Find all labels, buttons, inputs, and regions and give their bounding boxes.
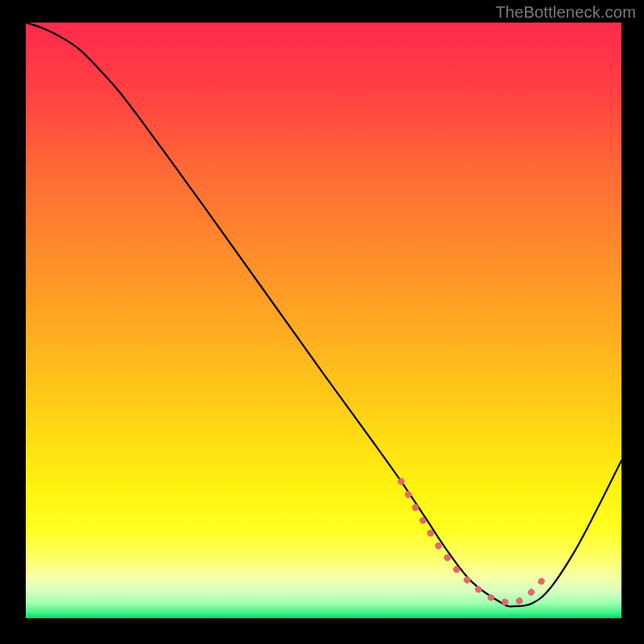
watermark-text: TheBottleneck.com — [495, 3, 636, 22]
chart-container: TheBottleneck.com — [0, 0, 644, 644]
plot-background — [26, 23, 621, 618]
bottleneck-chart — [0, 0, 644, 644]
